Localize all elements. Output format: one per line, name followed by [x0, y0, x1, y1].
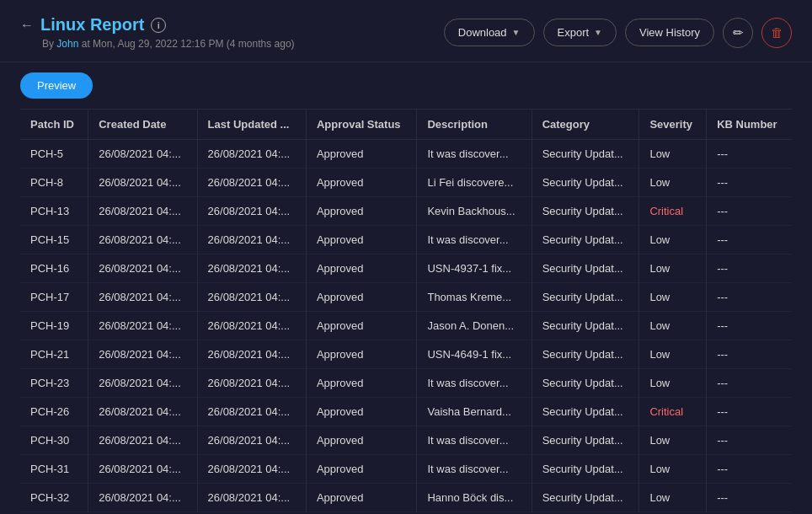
- cell-severity: Critical: [639, 197, 707, 226]
- cell-description: Jason A. Donen...: [417, 312, 532, 340]
- cell-severity: Low: [639, 169, 707, 197]
- cell-created: 26/08/2021 04:...: [88, 398, 197, 426]
- col-patch-id: Patch ID: [20, 110, 88, 140]
- cell-description: It was discover...: [417, 140, 532, 169]
- cell-description: Hanno Böck dis...: [417, 484, 532, 512]
- cell-kb: ---: [707, 140, 792, 169]
- cell-patch-id: PCH-21: [20, 340, 88, 369]
- cell-updated: 26/08/2021 04:...: [197, 398, 306, 426]
- table-row[interactable]: PCH-32 26/08/2021 04:... 26/08/2021 04:.…: [20, 484, 792, 512]
- page-title: Linux Report: [40, 15, 144, 35]
- cell-status: Approved: [306, 283, 417, 312]
- cell-status: Approved: [306, 226, 417, 254]
- cell-severity: Low: [639, 254, 707, 283]
- delete-button[interactable]: 🗑: [761, 18, 792, 48]
- cell-kb: ---: [707, 484, 792, 512]
- cell-category: Security Updat...: [532, 169, 639, 197]
- cell-description: It was discover...: [417, 455, 532, 484]
- export-label: Export: [558, 26, 590, 39]
- col-last-updated: Last Updated ...: [197, 110, 306, 140]
- cell-description: Kevin Backhous...: [417, 197, 532, 226]
- cell-severity: Low: [639, 340, 707, 369]
- cell-patch-id: PCH-30: [20, 426, 88, 455]
- delete-icon: 🗑: [771, 25, 783, 40]
- cell-description: USN-4937-1 fix...: [417, 254, 532, 283]
- cell-created: 26/08/2021 04:...: [88, 283, 197, 312]
- cell-patch-id: PCH-8: [20, 169, 88, 197]
- download-button[interactable]: Download ▼: [444, 19, 535, 46]
- view-history-label: View History: [639, 26, 700, 39]
- preview-button[interactable]: Preview: [20, 72, 93, 99]
- table-row[interactable]: PCH-21 26/08/2021 04:... 26/08/2021 04:.…: [20, 340, 792, 369]
- table-row[interactable]: PCH-26 26/08/2021 04:... 26/08/2021 04:.…: [20, 398, 792, 426]
- col-category: Category: [532, 110, 639, 140]
- view-history-button[interactable]: View History: [625, 19, 714, 46]
- table-row[interactable]: PCH-31 26/08/2021 04:... 26/08/2021 04:.…: [20, 455, 792, 484]
- cell-status: Approved: [306, 426, 417, 455]
- cell-updated: 26/08/2021 04:...: [197, 369, 306, 398]
- cell-category: Security Updat...: [532, 398, 639, 426]
- table-row[interactable]: PCH-30 26/08/2021 04:... 26/08/2021 04:.…: [20, 426, 792, 455]
- cell-kb: ---: [707, 426, 792, 455]
- info-icon[interactable]: i: [151, 18, 166, 33]
- cell-created: 26/08/2021 04:...: [88, 369, 197, 398]
- export-button[interactable]: Export ▼: [543, 19, 617, 46]
- cell-severity: Low: [639, 484, 707, 512]
- cell-updated: 26/08/2021 04:...: [197, 340, 306, 369]
- table-row[interactable]: PCH-13 26/08/2021 04:... 26/08/2021 04:.…: [20, 197, 792, 226]
- cell-description: It was discover...: [417, 369, 532, 398]
- cell-category: Security Updat...: [532, 484, 639, 512]
- table-row[interactable]: PCH-17 26/08/2021 04:... 26/08/2021 04:.…: [20, 283, 792, 312]
- cell-created: 26/08/2021 04:...: [88, 426, 197, 455]
- col-severity: Severity: [639, 110, 707, 140]
- cell-kb: ---: [707, 197, 792, 226]
- cell-severity: Low: [639, 226, 707, 254]
- table-row[interactable]: PCH-16 26/08/2021 04:... 26/08/2021 04:.…: [20, 254, 792, 283]
- cell-patch-id: PCH-19: [20, 312, 88, 340]
- table-row[interactable]: PCH-5 26/08/2021 04:... 26/08/2021 04:..…: [20, 140, 792, 169]
- cell-created: 26/08/2021 04:...: [88, 484, 197, 512]
- cell-status: Approved: [306, 312, 417, 340]
- subtitle-middle: at Mon, Aug 29, 2022 12:16 PM (4 months …: [82, 38, 295, 50]
- cell-category: Security Updat...: [532, 312, 639, 340]
- table-row[interactable]: PCH-8 26/08/2021 04:... 26/08/2021 04:..…: [20, 169, 792, 197]
- back-button[interactable]: ←: [20, 18, 34, 33]
- table-row[interactable]: PCH-19 26/08/2021 04:... 26/08/2021 04:.…: [20, 312, 792, 340]
- cell-created: 26/08/2021 04:...: [88, 312, 197, 340]
- cell-status: Approved: [306, 484, 417, 512]
- cell-kb: ---: [707, 398, 792, 426]
- cell-kb: ---: [707, 254, 792, 283]
- cell-updated: 26/08/2021 04:...: [197, 254, 306, 283]
- cell-severity: Low: [639, 312, 707, 340]
- export-chevron-icon: ▼: [594, 28, 602, 37]
- cell-severity: Low: [639, 369, 707, 398]
- cell-category: Security Updat...: [532, 340, 639, 369]
- cell-description: Vaisha Bernard...: [417, 398, 532, 426]
- cell-description: It was discover...: [417, 226, 532, 254]
- subtitle: By John at Mon, Aug 29, 2022 12:16 PM (4…: [42, 38, 295, 50]
- cell-patch-id: PCH-15: [20, 226, 88, 254]
- cell-category: Security Updat...: [532, 197, 639, 226]
- cell-category: Security Updat...: [532, 455, 639, 484]
- cell-status: Approved: [306, 398, 417, 426]
- cell-kb: ---: [707, 340, 792, 369]
- cell-updated: 26/08/2021 04:...: [197, 226, 306, 254]
- table-row[interactable]: PCH-15 26/08/2021 04:... 26/08/2021 04:.…: [20, 226, 792, 254]
- cell-kb: ---: [707, 369, 792, 398]
- cell-status: Approved: [306, 340, 417, 369]
- cell-updated: 26/08/2021 04:...: [197, 455, 306, 484]
- table-wrapper: Patch ID Created Date Last Updated ... A…: [20, 109, 792, 512]
- cell-patch-id: PCH-16: [20, 254, 88, 283]
- cell-severity: Critical: [639, 398, 707, 426]
- cell-updated: 26/08/2021 04:...: [197, 283, 306, 312]
- cell-status: Approved: [306, 169, 417, 197]
- cell-severity: Low: [639, 283, 707, 312]
- col-approval-status: Approval Status: [306, 110, 417, 140]
- preview-section: Preview: [0, 62, 812, 109]
- patches-table: Patch ID Created Date Last Updated ... A…: [20, 109, 792, 512]
- cell-category: Security Updat...: [532, 226, 639, 254]
- col-kb-number: KB Number: [707, 110, 792, 140]
- edit-button[interactable]: ✏: [723, 18, 753, 48]
- table-row[interactable]: PCH-23 26/08/2021 04:... 26/08/2021 04:.…: [20, 369, 792, 398]
- cell-category: Security Updat...: [532, 254, 639, 283]
